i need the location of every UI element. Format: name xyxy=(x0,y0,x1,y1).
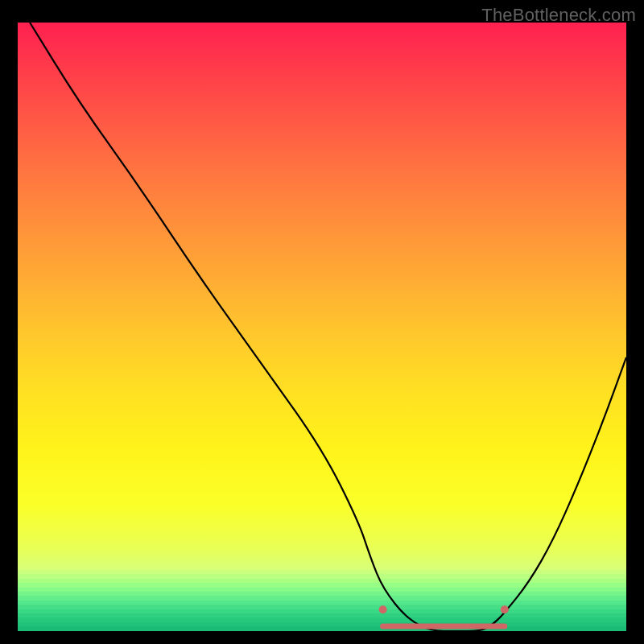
chart-container: TheBottleneck.com xyxy=(0,0,644,644)
watermark-text: TheBottleneck.com xyxy=(481,5,636,26)
highlight-dot-left xyxy=(379,605,387,613)
plot-area xyxy=(18,23,626,631)
curve-overlay xyxy=(18,23,626,631)
highlight-dot-right xyxy=(501,605,509,613)
bottleneck-curve-line xyxy=(30,23,626,631)
